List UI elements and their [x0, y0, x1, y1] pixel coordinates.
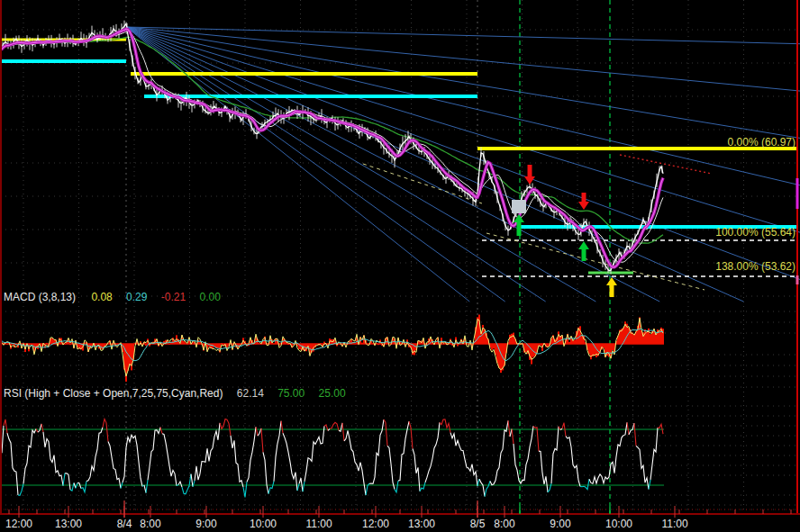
- down-arrow-marker[interactable]: [578, 193, 589, 210]
- support-resistance-levels: [0, 40, 798, 290]
- macd-panel: [0, 315, 664, 382]
- axis-label-12: 10:00: [605, 518, 632, 530]
- axis-label-1: 13:00: [55, 518, 82, 530]
- rsi-upper-value: 75.00: [277, 387, 305, 400]
- grid-lines: [0, 0, 798, 513]
- macd-slow-value: 0.29: [126, 291, 147, 303]
- rsi-indicator-label: RSI (High + Close + Open,7,25,75,Cyan,Re…: [4, 388, 346, 400]
- marker-box[interactable]: [512, 200, 526, 213]
- macd-fast-line: [0, 318, 663, 376]
- axis-label-2: 8/4: [117, 518, 132, 530]
- macd-hist-value: -0.21: [161, 291, 186, 303]
- chart-borders: [1, 0, 797, 513]
- rsi-lower-value: 25.00: [319, 387, 346, 400]
- chart-canvas[interactable]: [0, 0, 800, 532]
- fib-level-100-label: 100.00% (55.64): [715, 227, 795, 239]
- axis-label-9: 8/5: [470, 518, 486, 530]
- macd-title: MACD (3,8,13): [4, 291, 76, 303]
- rsi-title: RSI (High + Close + Open,7,25,75,Cyan,Re…: [4, 387, 223, 400]
- fib-level-138-label: 138.00% (53.62): [715, 261, 795, 273]
- macd-zero-value: 0.00: [199, 291, 220, 303]
- up-arrow-marker[interactable]: [578, 241, 589, 261]
- rsi-current-value: 62.14: [237, 387, 264, 400]
- axis-label-8: 13:00: [408, 518, 435, 530]
- gann-fan-lines: [126, 27, 800, 302]
- macd-fast-value: 0.08: [91, 291, 112, 303]
- time-axis: [0, 500, 800, 518]
- rsi-panel: [0, 419, 664, 497]
- event-vertical-lines: [520, 0, 610, 513]
- axis-label-11: 9:00: [550, 518, 570, 530]
- macd-indicator-label: MACD (3,8,13) 0.08 0.29 -0.21 0.00: [4, 292, 221, 303]
- axis-label-0: 12:00: [5, 518, 32, 530]
- up-arrow-marker[interactable]: [606, 277, 617, 297]
- trading-chart-window: MACD (3,8,13) 0.08 0.29 -0.21 0.00 RSI (…: [0, 0, 800, 532]
- fib-level-0-label: 0.00% (60.97): [728, 137, 795, 149]
- axis-label-6: 11:00: [305, 518, 332, 530]
- axis-label-13: 11:00: [661, 518, 687, 530]
- axis-label-10: 8:00: [494, 518, 514, 530]
- axis-label-4: 9:00: [195, 518, 216, 530]
- macd-histogram: [0, 315, 664, 382]
- signal-markers[interactable]: [512, 165, 617, 297]
- axis-label-5: 10:00: [250, 518, 277, 530]
- axis-label-7: 12:00: [362, 518, 389, 530]
- axis-label-3: 8:00: [140, 518, 160, 530]
- down-arrow-marker[interactable]: [524, 165, 535, 185]
